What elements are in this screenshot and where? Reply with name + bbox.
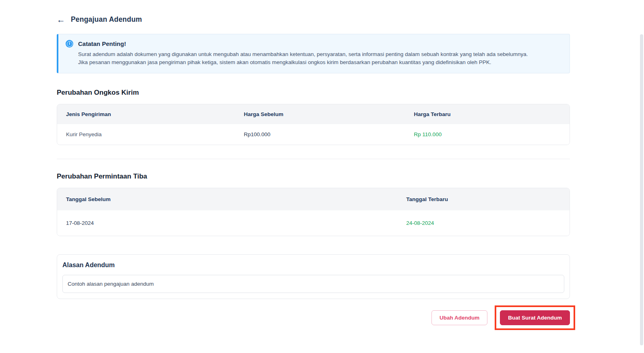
page-header: ← Pengajuan Adendum [57,15,570,24]
annotation-highlight-box: Buat Surat Adendum [495,305,575,330]
cell-tanggal-terbaru: 24-08-2024 [397,210,570,236]
cell-tanggal-sebelum: 17-08-2024 [57,210,397,236]
vertical-scrollbar[interactable] [640,34,643,345]
arrival-section-heading: Perubahan Permintaan Tiba [57,172,570,181]
col-harga-sebelum: Harga Sebelum [235,104,405,124]
arrival-table-header: Tanggal Sebelum Tanggal Terbaru [57,188,570,210]
shipping-table-row: Kurir Penyedia Rp100.000 Rp 110.000 [57,124,570,145]
page-title: Pengajuan Adendum [71,15,142,24]
main-content: ← Pengajuan Adendum i Catatan Penting! S… [57,0,570,330]
actions-row: Ubah Adendum Buat Surat Adendum [57,305,570,330]
reason-input[interactable] [62,275,564,293]
notice-title: Catatan Penting! [78,40,126,47]
shipping-table: Jenis Pengiriman Harga Sebelum Harga Ter… [57,104,570,145]
back-arrow-icon[interactable]: ← [57,15,65,24]
arrival-table-row: 17-08-2024 24-08-2024 [57,210,570,236]
important-note-callout: i Catatan Penting! Surat adendum adalah … [57,34,570,73]
cell-harga-sebelum: Rp100.000 [235,124,405,145]
ubah-adendum-button[interactable]: Ubah Adendum [431,310,487,325]
col-tanggal-sebelum: Tanggal Sebelum [57,188,397,210]
section-divider [57,159,570,159]
notice-body: Surat adendum adalah dokumen yang diguna… [66,50,561,66]
shipping-table-header: Jenis Pengiriman Harga Sebelum Harga Ter… [57,104,570,124]
shipping-section-heading: Perubahan Ongkos Kirim [57,89,570,97]
arrival-table: Tanggal Sebelum Tanggal Terbaru 17-08-20… [57,188,570,236]
cell-harga-terbaru: Rp 110.000 [405,124,570,145]
cell-jenis-pengiriman: Kurir Penyedia [57,124,235,145]
col-tanggal-terbaru: Tanggal Terbaru [397,188,570,210]
info-icon-glyph: i [67,41,72,47]
notice-line-2: Jika pesanan menggunakan jasa pengiriman… [78,58,561,66]
notice-header: i Catatan Penting! [66,40,561,48]
col-jenis-pengiriman: Jenis Pengiriman [57,104,235,124]
reason-card: Alasan Adendum [57,254,570,299]
reason-heading: Alasan Adendum [62,262,564,269]
info-icon: i [66,40,73,48]
buat-surat-adendum-button[interactable]: Buat Surat Adendum [500,310,570,325]
notice-line-1: Surat adendum adalah dokumen yang diguna… [78,50,561,58]
col-harga-terbaru: Harga Terbaru [405,104,570,124]
